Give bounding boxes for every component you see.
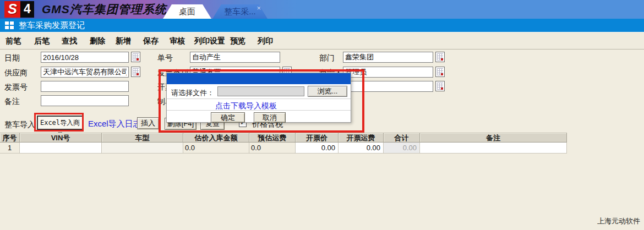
col-header-est-freight: 预估运费 bbox=[249, 133, 296, 143]
toolbar-print-settings-button[interactable]: 列印设置 bbox=[194, 36, 225, 46]
col-header-vin: VIN号 bbox=[20, 133, 102, 143]
manager-input[interactable] bbox=[343, 67, 433, 78]
doc-no-label: 单号 bbox=[157, 53, 173, 63]
invoice-no-input[interactable] bbox=[41, 81, 129, 92]
col-header-total: 合计 bbox=[384, 133, 420, 143]
logo-4-glyph: 4 bbox=[20, 1, 34, 18]
col-header-model: 车型 bbox=[102, 133, 183, 143]
col-header-remark: 备注 bbox=[420, 133, 567, 143]
window-icon bbox=[5, 21, 14, 30]
toolbar-prev-button[interactable]: 前笔 bbox=[6, 36, 21, 46]
table-row: 1 0.0 0.0 0.00 0.00 0.00 bbox=[0, 143, 567, 154]
col-header-invoice-price: 开票价 bbox=[296, 133, 339, 143]
toolbar-delete-button[interactable]: 删除 bbox=[90, 36, 105, 46]
remark-label: 备注 bbox=[4, 97, 20, 107]
date-label: 日期 bbox=[4, 53, 20, 63]
dialog-separator bbox=[167, 110, 351, 111]
browse-button[interactable]: 浏览... bbox=[308, 86, 347, 97]
toolbar-save-button[interactable]: 保存 bbox=[143, 36, 159, 46]
page-title-bar: 整车采购发票登记 bbox=[0, 19, 644, 32]
app-window: S 4 GMS汽车集团管理系统 桌面 整车采... × 整车采购发票登记 前笔 … bbox=[0, 0, 644, 230]
page-title: 整车采购发票登记 bbox=[19, 20, 85, 31]
tab-desktop[interactable]: 桌面 bbox=[163, 4, 211, 19]
cell-remark[interactable] bbox=[420, 143, 567, 154]
excel-import-log-link[interactable]: Excel导入日志 bbox=[88, 119, 141, 129]
tab-current[interactable]: 整车采... × bbox=[212, 4, 268, 19]
col-header-seq: 序号 bbox=[0, 133, 20, 143]
file-select-label: 请选择文件： bbox=[171, 88, 214, 98]
invoice-no-label: 发票号 bbox=[4, 83, 28, 92]
cell-est-amount[interactable]: 0.0 bbox=[183, 143, 249, 154]
supplier-label: 供应商 bbox=[4, 68, 28, 78]
logo-s-glyph: S bbox=[4, 1, 20, 18]
dialog-separator bbox=[167, 98, 351, 99]
toolbar: 前笔 后笔 查找 删除 新增 保存 审核 列印设置 预览 列印 bbox=[0, 32, 644, 50]
cell-est-freight[interactable]: 0.0 bbox=[249, 143, 296, 154]
toolbar-print-button[interactable]: 列印 bbox=[258, 36, 273, 46]
cell-invoice-freight[interactable]: 0.00 bbox=[339, 143, 384, 154]
cancel-button[interactable]: 取消 bbox=[254, 112, 286, 123]
department-input[interactable] bbox=[343, 52, 433, 63]
toolbar-search-button[interactable]: 查找 bbox=[62, 36, 77, 46]
toolbar-next-button[interactable]: 后笔 bbox=[34, 36, 50, 46]
calendar-icon[interactable] bbox=[131, 52, 140, 62]
insert-row-button[interactable]: 插入 bbox=[137, 117, 159, 129]
supplier-input[interactable] bbox=[41, 67, 129, 78]
col-header-invoice-freight: 开票运费 bbox=[339, 133, 384, 143]
toolbar-preview-button[interactable]: 预览 bbox=[230, 36, 245, 46]
cell-invoice-price[interactable]: 0.00 bbox=[296, 143, 339, 154]
calendar-icon[interactable] bbox=[435, 52, 445, 62]
cell-seq: 1 bbox=[0, 143, 20, 154]
excel-import-products-button[interactable]: Excel导入商品 bbox=[37, 116, 83, 130]
cell-model[interactable] bbox=[102, 143, 183, 154]
app-title: GMS汽车集团管理系统 bbox=[42, 2, 167, 17]
file-import-dialog: 请选择文件： 浏览... 点击下载导入模板 确定 取消 bbox=[166, 73, 351, 123]
dialog-title-bar bbox=[167, 73, 351, 84]
doc-no-input[interactable] bbox=[190, 52, 280, 63]
grid-header-row: 序号 VIN号 车型 估价入库金额 预估运费 开票价 开票运费 合计 备注 bbox=[0, 133, 567, 143]
vehicle-grid: 序号 VIN号 车型 估价入库金额 预估运费 开票价 开票运费 合计 备注 1 … bbox=[0, 133, 567, 154]
app-header: S 4 GMS汽车集团管理系统 桌面 整车采... × bbox=[0, 0, 644, 19]
close-icon[interactable]: × bbox=[256, 4, 261, 12]
toolbar-audit-button[interactable]: 审核 bbox=[170, 36, 185, 46]
vendor-label: 上海元动软件 bbox=[597, 216, 640, 226]
calendar-icon[interactable] bbox=[131, 67, 140, 77]
tab-desktop-label: 桌面 bbox=[179, 7, 195, 17]
calendar-icon[interactable] bbox=[435, 81, 445, 91]
cell-total: 0.00 bbox=[384, 143, 420, 154]
col-header-est-amount: 估价入库金额 bbox=[183, 133, 249, 143]
s4-logo: S 4 bbox=[4, 1, 34, 18]
extra-input[interactable] bbox=[343, 81, 433, 92]
cell-vin[interactable] bbox=[20, 143, 102, 154]
department-label: 部门 bbox=[319, 53, 335, 63]
calendar-icon[interactable] bbox=[435, 67, 445, 77]
remark-input[interactable] bbox=[41, 95, 129, 106]
file-path-input[interactable] bbox=[217, 86, 304, 96]
tab-current-label: 整车采... bbox=[224, 7, 256, 17]
dialog-body: 请选择文件： 浏览... 点击下载导入模板 确定 取消 bbox=[167, 84, 351, 123]
date-input[interactable] bbox=[41, 52, 129, 63]
toolbar-new-button[interactable]: 新增 bbox=[116, 36, 131, 46]
vehicle-import-label: 整车导入 bbox=[4, 120, 35, 130]
ok-button[interactable]: 确定 bbox=[211, 112, 245, 123]
